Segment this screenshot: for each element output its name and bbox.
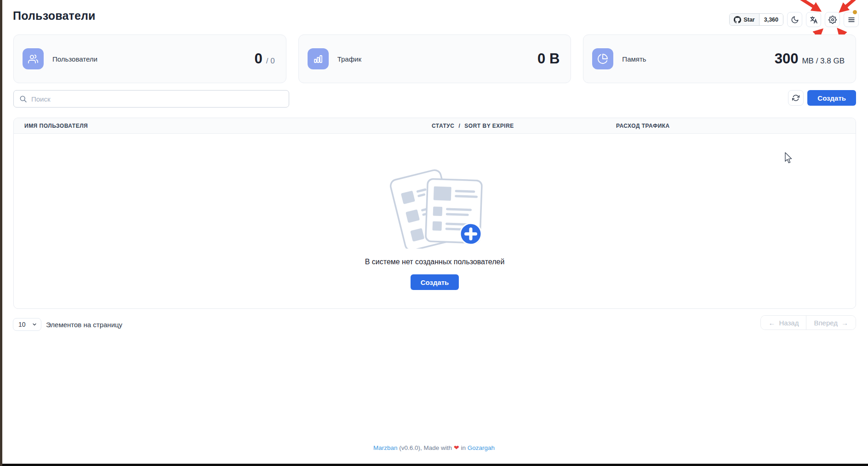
window-bottom-edge (2, 464, 868, 466)
github-star-label: Star (743, 17, 754, 23)
chart-icon-tile (308, 48, 329, 69)
stat-card-label: Трафик (337, 55, 361, 63)
empty-state-message: В системе нет созданных пользователей (365, 258, 505, 266)
theme-toggle-button[interactable] (787, 12, 802, 27)
left-arrow-icon: ← (768, 319, 775, 327)
stat-card-label: Память (622, 55, 646, 63)
users-table: ИМЯ ПОЛЬЗОВАТЕЛЯ СТАТУС / SORT BY EXPIRE… (13, 118, 856, 309)
chevron-down-icon (32, 322, 37, 327)
arrow-top-left (797, 0, 815, 7)
moon-icon (791, 16, 799, 24)
github-octocat-icon (734, 16, 741, 23)
empty-state-create-button[interactable]: Создать (411, 274, 459, 290)
github-star-widget[interactable]: Star 3,360 (729, 13, 783, 26)
window-left-edge (0, 0, 2, 466)
bar-chart-icon (313, 53, 324, 64)
arrow-top-right (845, 0, 858, 7)
stat-card-traffic: Трафик 0 B (298, 34, 571, 83)
table-header-row: ИМЯ ПОЛЬЗОВАТЕЛЯ СТАТУС / SORT BY EXPIRE… (14, 118, 856, 134)
page-size-select[interactable]: 10 (13, 318, 41, 331)
footer-in-text: in (461, 444, 466, 451)
language-button[interactable] (806, 12, 821, 27)
sort-by-expire-label[interactable]: SORT BY EXPIRE (464, 123, 514, 129)
page-size-value: 10 (18, 321, 26, 328)
topbar: Star 3,360 (729, 12, 859, 27)
stat-card-value: 300 (775, 51, 799, 67)
pie-chart-icon (597, 53, 608, 64)
stat-card-memory: Память 300 MB / 3.8 GB (583, 34, 856, 83)
github-star-count: 3,360 (760, 14, 783, 25)
empty-state-illustration (386, 160, 484, 249)
footer-version-text: (v0.6.0), Made with (399, 444, 452, 451)
page-title: Пользователи (13, 9, 96, 23)
right-arrow-icon: → (841, 319, 848, 327)
footer: Marzban (v0.6.0), Made with ❤ in Gozarga… (0, 444, 868, 451)
stat-card-users: Пользователи 0 / 0 (13, 34, 286, 83)
footer-org-link[interactable]: Gozargah (468, 444, 495, 451)
stat-card-value: 0 B (537, 51, 560, 67)
users-icon (28, 53, 39, 64)
search-icon (19, 95, 27, 103)
status-header-label[interactable]: СТАТУС (432, 123, 454, 129)
notification-dot (853, 10, 857, 14)
users-icon-tile (23, 48, 44, 69)
stat-card-suffix: MB / 3.8 GB (802, 57, 845, 66)
pie-icon-tile (592, 48, 613, 69)
page-size-label: Элементов на страницу (46, 318, 122, 331)
translate-icon (809, 15, 818, 24)
app-frame: Пользователи Star 3,360 (0, 0, 868, 466)
gear-icon (828, 16, 837, 24)
stat-card-value: 0 (255, 51, 263, 67)
toolbar-actions: Создать (788, 90, 856, 106)
settings-button[interactable] (825, 12, 840, 27)
footer-brand-link[interactable]: Marzban (373, 444, 398, 451)
hamburger-icon (847, 16, 856, 24)
table-empty-body: В системе нет созданных пользователей Со… (14, 134, 856, 309)
search-box (13, 90, 289, 108)
search-input[interactable] (31, 95, 283, 103)
github-star-button[interactable]: Star (730, 14, 759, 25)
header-separator: / (458, 123, 460, 129)
heart-icon: ❤ (454, 444, 459, 451)
next-page-button[interactable]: Вперед → (806, 316, 856, 330)
add-badge-icon (460, 223, 481, 244)
refresh-button[interactable] (788, 90, 804, 106)
column-header-traffic[interactable]: РАСХОД ТРАФИКА (616, 118, 670, 134)
stat-card-label: Пользователи (52, 55, 97, 63)
pagination-controls: ← Назад Вперед → (760, 315, 856, 330)
prev-page-button[interactable]: ← Назад (761, 316, 806, 330)
refresh-icon (792, 94, 799, 102)
create-button[interactable]: Создать (807, 90, 856, 106)
column-header-username[interactable]: ИМЯ ПОЛЬЗОВАТЕЛЯ (24, 118, 88, 134)
menu-button[interactable] (844, 12, 859, 27)
stats-cards-row: Пользователи 0 / 0 Трафик 0 B Память 300… (13, 34, 856, 83)
stat-card-suffix: / 0 (266, 57, 275, 66)
column-header-status-expire[interactable]: СТАТУС / SORT BY EXPIRE (432, 118, 514, 134)
